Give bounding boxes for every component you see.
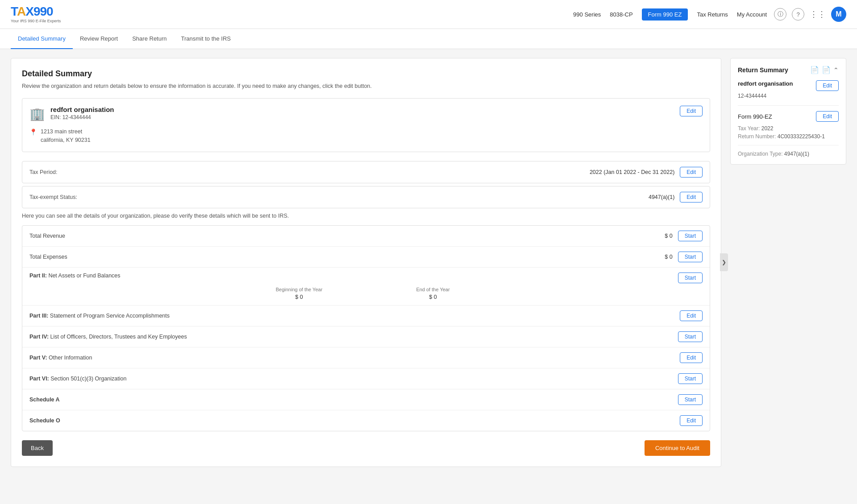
- part-v-row: Part V: Other Information Edit: [22, 347, 710, 368]
- avatar[interactable]: M: [831, 7, 846, 22]
- part-vi-rest: Section 501(c)(3) Organization: [49, 376, 127, 382]
- panel-subtitle: Review the organization and return detai…: [22, 83, 710, 89]
- part-vi-start-button[interactable]: Start: [678, 373, 703, 384]
- part-iv-bold: Part IV:: [29, 334, 49, 340]
- schedule-a-value-area: Start: [678, 394, 703, 405]
- total-revenue-start-button[interactable]: Start: [678, 231, 703, 241]
- part-ii-label-bold: Part II:: [29, 273, 47, 279]
- schedule-o-edit-button[interactable]: Edit: [680, 415, 703, 426]
- sidebar-org-edit-button[interactable]: Edit: [816, 80, 839, 91]
- org-edit-button[interactable]: Edit: [680, 106, 703, 116]
- part-ii-col2-header: End of the Year: [393, 287, 473, 292]
- total-expenses-amount: $ 0: [655, 254, 673, 260]
- header: TAX990 Your IRS 990 E-File Experts 990 S…: [0, 0, 857, 29]
- total-expenses-value-area: $ 0 Start: [655, 252, 703, 262]
- pdf-icon-red: 📄: [810, 66, 819, 74]
- address-line2: california, KY 90231: [41, 136, 91, 145]
- sidebar-form-name: Form 990-EZ: [738, 113, 772, 120]
- total-expenses-start-button[interactable]: Start: [678, 252, 703, 262]
- part-iii-row: Part III: Statement of Program Service A…: [22, 306, 710, 326]
- sidebar-chevron-up[interactable]: ⌃: [833, 66, 839, 74]
- grid-icon[interactable]: ⋮⋮: [810, 9, 826, 19]
- sidebar-org-type-value: 4947(a)(1): [784, 151, 809, 157]
- nav-tax-returns[interactable]: Tax Returns: [697, 11, 728, 18]
- org-address-lines: 1213 main street california, KY 90231: [41, 128, 91, 145]
- logo[interactable]: TAX990: [11, 5, 61, 18]
- sidebar-org-row: redfort organisation Edit: [738, 80, 839, 91]
- logo-area: TAX990 Your IRS 990 E-File Experts: [11, 5, 61, 23]
- tax-period-right: 2022 (Jan 01 2022 - Dec 31 2022) Edit: [590, 167, 703, 178]
- nav-my-account[interactable]: My Account: [737, 11, 767, 18]
- schedule-a-start-button[interactable]: Start: [678, 394, 703, 405]
- part-ii-col2-value: $ 0: [393, 294, 473, 300]
- part-vi-value-area: Start: [678, 373, 703, 384]
- part-iv-label: Part IV: List of Officers, Directors, Tr…: [29, 334, 678, 340]
- part-iii-value-area: Edit: [680, 310, 703, 321]
- back-button[interactable]: Back: [22, 440, 53, 456]
- continue-button[interactable]: Continue to Audit: [645, 440, 710, 456]
- total-expenses-label: Total Expenses: [29, 254, 655, 260]
- part-v-edit-button[interactable]: Edit: [680, 352, 703, 363]
- schedule-a-row: Schedule A Start: [22, 389, 710, 410]
- org-header: 🏢 redfort organisation EIN: 12-4344444 E…: [29, 106, 703, 121]
- part-iii-bold: Part III:: [29, 313, 48, 319]
- sidebar-header-right: 📄 📄 ⌃: [810, 66, 839, 74]
- org-name: redfort organisation: [50, 106, 114, 113]
- content-panel: ❯ Detailed Summary Review the organizati…: [11, 58, 721, 467]
- tab-transmit-irs[interactable]: Transmit to the IRS: [174, 29, 238, 49]
- nav-form-990-ez[interactable]: Form 990 EZ: [642, 8, 688, 21]
- part-iii-label: Part III: Statement of Program Service A…: [29, 313, 680, 319]
- part-iii-rest: Statement of Program Service Accomplishm…: [48, 313, 170, 319]
- nav-8038-cp[interactable]: 8038-CP: [610, 11, 632, 18]
- sidebar-return-number-row: Return Number: 4C003332225430-1: [738, 133, 839, 140]
- sidebar-org-name: redfort organisation: [738, 80, 793, 87]
- part-ii-label: Part II: Net Assets or Fund Balances: [29, 273, 678, 279]
- total-revenue-label: Total Revenue: [29, 233, 655, 239]
- part-vi-bold: Part VI:: [29, 376, 49, 382]
- section-desc: Here you can see all the details of your…: [22, 213, 710, 219]
- part-ii-row: Part II: Net Assets or Fund Balances Sta…: [22, 268, 710, 306]
- schedule-o-row: Schedule O Edit: [22, 410, 710, 431]
- sidebar-divider-1: [738, 105, 839, 106]
- part-vi-label: Part VI: Section 501(c)(3) Organization: [29, 376, 678, 382]
- part-v-rest: Other Information: [47, 355, 92, 361]
- schedule-o-bold: Schedule O: [29, 417, 60, 424]
- tab-detailed-summary[interactable]: Detailed Summary: [11, 29, 73, 49]
- pin-icon: 📍: [29, 128, 37, 136]
- sidebar-org-type-row: Organization Type: 4947(a)(1): [738, 151, 839, 157]
- sidebar-tax-year-value: 2022: [761, 125, 774, 132]
- tax-period-row: Tax Period: 2022 (Jan 01 2022 - Dec 31 2…: [22, 161, 710, 183]
- part-ii-middle: Beginning of the Year End of the Year $ …: [29, 287, 703, 300]
- tax-period-value: 2022 (Jan 01 2022 - Dec 31 2022): [590, 169, 674, 175]
- schedule-a-bold: Schedule A: [29, 397, 60, 403]
- tax-period-edit-button[interactable]: Edit: [680, 167, 703, 178]
- part-iv-start-button[interactable]: Start: [678, 331, 703, 342]
- tab-share-return[interactable]: Share Return: [125, 29, 174, 49]
- part-v-bold: Part V:: [29, 355, 47, 361]
- sidebar-return-number-label: Return Number:: [738, 133, 776, 140]
- part-vi-row: Part VI: Section 501(c)(3) Organization …: [22, 368, 710, 389]
- schedule-a-label: Schedule A: [29, 397, 678, 403]
- schedule-o-label: Schedule O: [29, 417, 680, 424]
- nav-990-series[interactable]: 990 Series: [573, 11, 601, 18]
- part-ii-start-button[interactable]: Start: [678, 273, 703, 283]
- tab-review-report[interactable]: Review Report: [73, 29, 125, 49]
- sidebar-ein: 12-4344444: [738, 93, 839, 99]
- help-icon[interactable]: ?: [792, 8, 804, 21]
- sidebar-form-edit-button[interactable]: Edit: [816, 111, 839, 122]
- address-line1: 1213 main street: [41, 128, 91, 136]
- tax-exempt-edit-button[interactable]: Edit: [680, 192, 703, 202]
- sidebar-title: Return Summary: [738, 66, 788, 74]
- sidebar-tax-year-row: Tax Year: 2022: [738, 125, 839, 132]
- sidebar-form-row: Form 990-EZ Edit: [738, 111, 839, 122]
- total-revenue-row: Total Revenue $ 0 Start: [22, 226, 710, 247]
- part-ii-col-values: $ 0 $ 0: [259, 294, 473, 300]
- sidebar-divider-2: [738, 145, 839, 145]
- panel-toggle-button[interactable]: ❯: [720, 253, 728, 271]
- subnav: Detailed Summary Review Report Share Ret…: [0, 29, 857, 49]
- part-ii-col1-header: Beginning of the Year: [259, 287, 339, 292]
- part-iii-edit-button[interactable]: Edit: [680, 310, 703, 321]
- part-v-value-area: Edit: [680, 352, 703, 363]
- info-icon[interactable]: ⓘ: [774, 8, 786, 21]
- org-address: 📍 1213 main street california, KY 90231: [29, 128, 703, 145]
